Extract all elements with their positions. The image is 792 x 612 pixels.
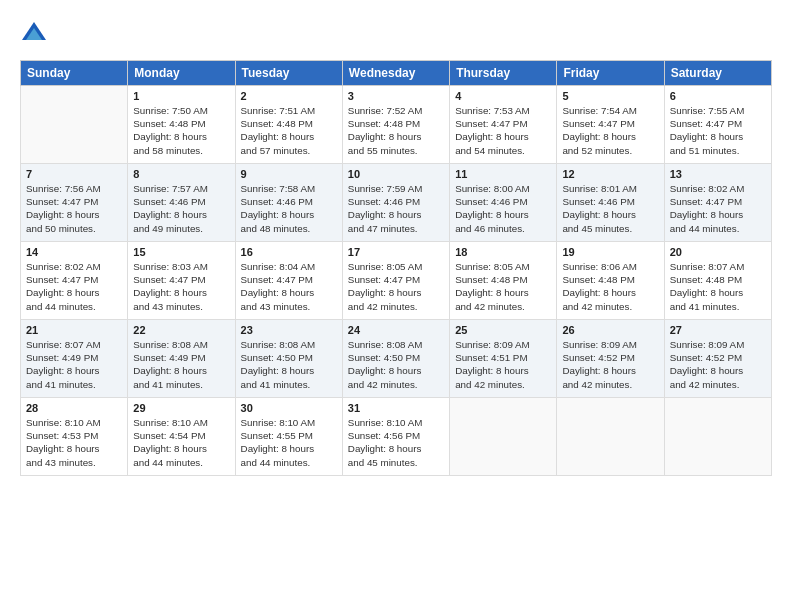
weekday-header-wednesday: Wednesday bbox=[342, 61, 449, 86]
day-info: Sunrise: 7:55 AM Sunset: 4:47 PM Dayligh… bbox=[670, 104, 766, 157]
day-number: 20 bbox=[670, 246, 766, 258]
day-number: 6 bbox=[670, 90, 766, 102]
day-number: 24 bbox=[348, 324, 444, 336]
day-number: 7 bbox=[26, 168, 122, 180]
day-number: 5 bbox=[562, 90, 658, 102]
day-info: Sunrise: 8:05 AM Sunset: 4:47 PM Dayligh… bbox=[348, 260, 444, 313]
day-info: Sunrise: 8:01 AM Sunset: 4:46 PM Dayligh… bbox=[562, 182, 658, 235]
calendar-day-21: 21Sunrise: 8:07 AM Sunset: 4:49 PM Dayli… bbox=[21, 320, 128, 398]
day-info: Sunrise: 8:05 AM Sunset: 4:48 PM Dayligh… bbox=[455, 260, 551, 313]
weekday-header-sunday: Sunday bbox=[21, 61, 128, 86]
calendar-day-26: 26Sunrise: 8:09 AM Sunset: 4:52 PM Dayli… bbox=[557, 320, 664, 398]
day-number: 14 bbox=[26, 246, 122, 258]
day-number: 2 bbox=[241, 90, 337, 102]
weekday-header-saturday: Saturday bbox=[664, 61, 771, 86]
day-number: 27 bbox=[670, 324, 766, 336]
day-info: Sunrise: 8:10 AM Sunset: 4:53 PM Dayligh… bbox=[26, 416, 122, 469]
calendar-day-13: 13Sunrise: 8:02 AM Sunset: 4:47 PM Dayli… bbox=[664, 164, 771, 242]
calendar-day-7: 7Sunrise: 7:56 AM Sunset: 4:47 PM Daylig… bbox=[21, 164, 128, 242]
day-number: 22 bbox=[133, 324, 229, 336]
day-number: 30 bbox=[241, 402, 337, 414]
calendar-day-6: 6Sunrise: 7:55 AM Sunset: 4:47 PM Daylig… bbox=[664, 86, 771, 164]
calendar-day-29: 29Sunrise: 8:10 AM Sunset: 4:54 PM Dayli… bbox=[128, 398, 235, 476]
day-number: 1 bbox=[133, 90, 229, 102]
day-info: Sunrise: 8:08 AM Sunset: 4:49 PM Dayligh… bbox=[133, 338, 229, 391]
calendar-day-22: 22Sunrise: 8:08 AM Sunset: 4:49 PM Dayli… bbox=[128, 320, 235, 398]
day-number: 11 bbox=[455, 168, 551, 180]
day-info: Sunrise: 8:00 AM Sunset: 4:46 PM Dayligh… bbox=[455, 182, 551, 235]
day-info: Sunrise: 8:03 AM Sunset: 4:47 PM Dayligh… bbox=[133, 260, 229, 313]
calendar-day-31: 31Sunrise: 8:10 AM Sunset: 4:56 PM Dayli… bbox=[342, 398, 449, 476]
calendar-day-2: 2Sunrise: 7:51 AM Sunset: 4:48 PM Daylig… bbox=[235, 86, 342, 164]
day-number: 29 bbox=[133, 402, 229, 414]
day-info: Sunrise: 8:07 AM Sunset: 4:49 PM Dayligh… bbox=[26, 338, 122, 391]
day-info: Sunrise: 8:10 AM Sunset: 4:54 PM Dayligh… bbox=[133, 416, 229, 469]
day-number: 3 bbox=[348, 90, 444, 102]
day-number: 8 bbox=[133, 168, 229, 180]
day-number: 31 bbox=[348, 402, 444, 414]
calendar-day-1: 1Sunrise: 7:50 AM Sunset: 4:48 PM Daylig… bbox=[128, 86, 235, 164]
day-info: Sunrise: 8:07 AM Sunset: 4:48 PM Dayligh… bbox=[670, 260, 766, 313]
calendar-day-15: 15Sunrise: 8:03 AM Sunset: 4:47 PM Dayli… bbox=[128, 242, 235, 320]
calendar-week-row: 1Sunrise: 7:50 AM Sunset: 4:48 PM Daylig… bbox=[21, 86, 772, 164]
day-number: 19 bbox=[562, 246, 658, 258]
day-number: 9 bbox=[241, 168, 337, 180]
calendar-day-24: 24Sunrise: 8:08 AM Sunset: 4:50 PM Dayli… bbox=[342, 320, 449, 398]
calendar-day-20: 20Sunrise: 8:07 AM Sunset: 4:48 PM Dayli… bbox=[664, 242, 771, 320]
day-number: 18 bbox=[455, 246, 551, 258]
day-number: 4 bbox=[455, 90, 551, 102]
weekday-header-thursday: Thursday bbox=[450, 61, 557, 86]
day-number: 16 bbox=[241, 246, 337, 258]
day-number: 12 bbox=[562, 168, 658, 180]
calendar-day-4: 4Sunrise: 7:53 AM Sunset: 4:47 PM Daylig… bbox=[450, 86, 557, 164]
calendar-day-18: 18Sunrise: 8:05 AM Sunset: 4:48 PM Dayli… bbox=[450, 242, 557, 320]
calendar-day-28: 28Sunrise: 8:10 AM Sunset: 4:53 PM Dayli… bbox=[21, 398, 128, 476]
day-info: Sunrise: 8:04 AM Sunset: 4:47 PM Dayligh… bbox=[241, 260, 337, 313]
calendar-week-row: 21Sunrise: 8:07 AM Sunset: 4:49 PM Dayli… bbox=[21, 320, 772, 398]
weekday-header-tuesday: Tuesday bbox=[235, 61, 342, 86]
calendar-day-9: 9Sunrise: 7:58 AM Sunset: 4:46 PM Daylig… bbox=[235, 164, 342, 242]
day-info: Sunrise: 8:09 AM Sunset: 4:52 PM Dayligh… bbox=[562, 338, 658, 391]
calendar-day-25: 25Sunrise: 8:09 AM Sunset: 4:51 PM Dayli… bbox=[450, 320, 557, 398]
calendar-week-row: 14Sunrise: 8:02 AM Sunset: 4:47 PM Dayli… bbox=[21, 242, 772, 320]
day-number: 15 bbox=[133, 246, 229, 258]
calendar-day-8: 8Sunrise: 7:57 AM Sunset: 4:46 PM Daylig… bbox=[128, 164, 235, 242]
calendar-day-empty bbox=[557, 398, 664, 476]
calendar-day-5: 5Sunrise: 7:54 AM Sunset: 4:47 PM Daylig… bbox=[557, 86, 664, 164]
day-info: Sunrise: 8:02 AM Sunset: 4:47 PM Dayligh… bbox=[26, 260, 122, 313]
calendar-day-27: 27Sunrise: 8:09 AM Sunset: 4:52 PM Dayli… bbox=[664, 320, 771, 398]
weekday-header-friday: Friday bbox=[557, 61, 664, 86]
day-number: 10 bbox=[348, 168, 444, 180]
logo bbox=[20, 20, 52, 52]
weekday-header-row: SundayMondayTuesdayWednesdayThursdayFrid… bbox=[21, 61, 772, 86]
day-number: 28 bbox=[26, 402, 122, 414]
calendar-day-16: 16Sunrise: 8:04 AM Sunset: 4:47 PM Dayli… bbox=[235, 242, 342, 320]
calendar-day-17: 17Sunrise: 8:05 AM Sunset: 4:47 PM Dayli… bbox=[342, 242, 449, 320]
calendar-day-3: 3Sunrise: 7:52 AM Sunset: 4:48 PM Daylig… bbox=[342, 86, 449, 164]
calendar-day-23: 23Sunrise: 8:08 AM Sunset: 4:50 PM Dayli… bbox=[235, 320, 342, 398]
day-info: Sunrise: 8:10 AM Sunset: 4:56 PM Dayligh… bbox=[348, 416, 444, 469]
day-info: Sunrise: 7:57 AM Sunset: 4:46 PM Dayligh… bbox=[133, 182, 229, 235]
day-info: Sunrise: 8:02 AM Sunset: 4:47 PM Dayligh… bbox=[670, 182, 766, 235]
day-number: 25 bbox=[455, 324, 551, 336]
calendar-day-empty bbox=[664, 398, 771, 476]
page-container: SundayMondayTuesdayWednesdayThursdayFrid… bbox=[0, 0, 792, 486]
day-info: Sunrise: 7:59 AM Sunset: 4:46 PM Dayligh… bbox=[348, 182, 444, 235]
calendar-day-14: 14Sunrise: 8:02 AM Sunset: 4:47 PM Dayli… bbox=[21, 242, 128, 320]
day-info: Sunrise: 7:50 AM Sunset: 4:48 PM Dayligh… bbox=[133, 104, 229, 157]
day-info: Sunrise: 7:53 AM Sunset: 4:47 PM Dayligh… bbox=[455, 104, 551, 157]
day-info: Sunrise: 8:06 AM Sunset: 4:48 PM Dayligh… bbox=[562, 260, 658, 313]
calendar-day-30: 30Sunrise: 8:10 AM Sunset: 4:55 PM Dayli… bbox=[235, 398, 342, 476]
day-info: Sunrise: 8:09 AM Sunset: 4:51 PM Dayligh… bbox=[455, 338, 551, 391]
day-info: Sunrise: 7:56 AM Sunset: 4:47 PM Dayligh… bbox=[26, 182, 122, 235]
calendar-day-19: 19Sunrise: 8:06 AM Sunset: 4:48 PM Dayli… bbox=[557, 242, 664, 320]
logo-icon bbox=[20, 20, 48, 48]
calendar-day-empty bbox=[450, 398, 557, 476]
calendar-day-12: 12Sunrise: 8:01 AM Sunset: 4:46 PM Dayli… bbox=[557, 164, 664, 242]
day-info: Sunrise: 8:10 AM Sunset: 4:55 PM Dayligh… bbox=[241, 416, 337, 469]
calendar-day-empty bbox=[21, 86, 128, 164]
day-number: 21 bbox=[26, 324, 122, 336]
calendar-week-row: 28Sunrise: 8:10 AM Sunset: 4:53 PM Dayli… bbox=[21, 398, 772, 476]
day-number: 23 bbox=[241, 324, 337, 336]
day-number: 26 bbox=[562, 324, 658, 336]
